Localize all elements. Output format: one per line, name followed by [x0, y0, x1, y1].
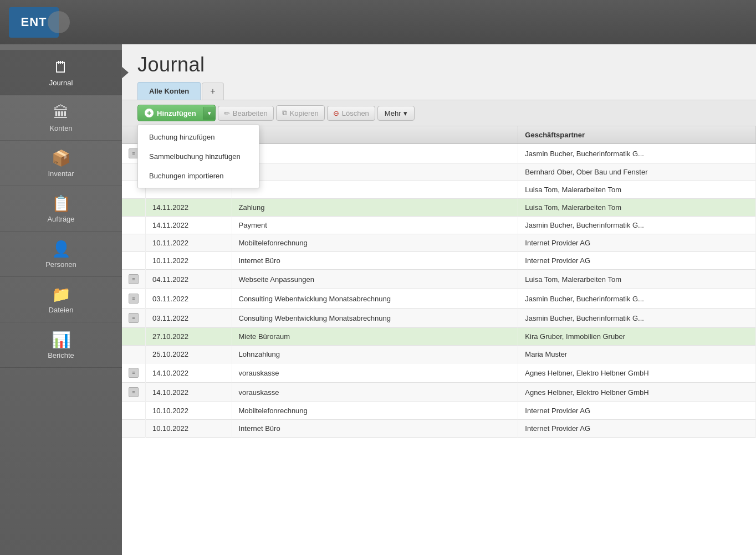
table-row[interactable]: ≡03.11.2022Consulting Webentwicklung Mon… [122, 309, 756, 328]
row-partner: Agnes Helbner, Elektro Helbner GmbH [518, 383, 756, 402]
row-document-icon: ≡ [129, 313, 139, 323]
row-icon-cell [122, 402, 146, 420]
row-text: Internet Büro [232, 420, 518, 438]
table-row[interactable]: 14.11.2022ZahlungLuisa Tom, Malerarbeite… [122, 199, 756, 217]
row-icon-cell [122, 328, 146, 346]
row-document-icon: ≡ [129, 387, 139, 397]
table-row[interactable]: 27.10.2022Miete BüroraumKira Gruber, Imm… [122, 328, 756, 346]
row-icon-cell: ≡ [122, 363, 146, 383]
dropdown-buchung-hinzufuegen[interactable]: Buchung hinzufügen [138, 127, 259, 147]
row-text: Internet Büro [232, 252, 518, 270]
app-logo: ENT [9, 7, 59, 38]
row-icon-cell: ≡ [122, 289, 146, 309]
hinzufuegen-arrow[interactable]: ▾ [203, 107, 215, 120]
mehr-arrow-icon: ▾ [403, 109, 407, 117]
row-date: 10.11.2022 [146, 252, 232, 270]
tab-add-button[interactable]: + [202, 83, 223, 100]
sidebar-label-konten: Konten [49, 124, 72, 132]
row-partner: Bernhard Ober, Ober Bau und Fenster [518, 163, 756, 181]
row-partner: Jasmin Bucher, Bucherinformatik G... [518, 217, 756, 234]
row-text: Mobiltelefonrechnung [232, 234, 518, 252]
sidebar-item-journal[interactable]: 🗒 Journal [0, 50, 122, 95]
row-text: vorauskasse [232, 383, 518, 402]
row-icon-cell [122, 346, 146, 363]
row-icon-cell [122, 234, 146, 252]
row-text: Zahlung [232, 199, 518, 217]
sidebar-label-auftrage: Aufträge [47, 215, 74, 223]
tab-alle-konten[interactable]: Alle Konten [137, 82, 201, 100]
sidebar-item-auftrage[interactable]: 📋 Aufträge [0, 186, 122, 232]
page-title-bar: Journal [122, 44, 756, 82]
copy-icon: ⧉ [282, 109, 287, 117]
table-row[interactable]: 14.11.2022PaymentJasmin Bucher, Bucherin… [122, 217, 756, 234]
table-container[interactable]: Datum Text Geschäftspartner ≡Jasmin Buch… [122, 126, 756, 555]
row-date: 10.10.2022 [146, 402, 232, 420]
row-partner: Luisa Tom, Malerarbeiten Tom [518, 199, 756, 217]
dropdown-sammelbuchung-hinzufuegen[interactable]: Sammelbuchung hinzufügen [138, 147, 259, 166]
sidebar-label-personen: Personen [45, 260, 76, 269]
sidebar-item-dateien[interactable]: 📁 Dateien [0, 277, 122, 322]
sidebar: 🗒 Journal 🏛 Konten 📦 Inventar 📋 Aufträge… [0, 44, 122, 555]
row-text: Lohnzahlung [232, 346, 518, 363]
row-text [232, 163, 518, 181]
row-icon-cell [122, 420, 146, 438]
sidebar-item-berichte[interactable]: 📊 Berichte [0, 322, 122, 368]
row-document-icon: ≡ [129, 368, 139, 378]
table-row[interactable]: ≡04.11.2022Webseite AnpassungenLuisa Tom… [122, 270, 756, 289]
plus-circle-icon: + [145, 109, 154, 117]
row-partner: Jasmin Bucher, Bucherinformatik G... [518, 309, 756, 328]
row-text: Payment [232, 217, 518, 234]
hinzufuegen-main[interactable]: + Hinzufügen [138, 105, 203, 121]
sidebar-label-inventar: Inventar [48, 169, 74, 178]
dateien-icon: 📁 [52, 287, 71, 302]
table-row[interactable]: ≡03.11.2022Consulting Webentwicklung Mon… [122, 289, 756, 309]
table-row[interactable]: 10.11.2022MobiltelefonrechnungInternet P… [122, 234, 756, 252]
col-text: Text [232, 126, 518, 144]
sidebar-item-personen[interactable]: 👤 Personen [0, 232, 122, 277]
table-row[interactable]: 10.10.2022Internet BüroInternet Provider… [122, 420, 756, 438]
row-partner: Kira Gruber, Immobilien Gruber [518, 328, 756, 346]
row-partner: Luisa Tom, Malerarbeiten Tom [518, 181, 756, 199]
table-row[interactable]: ≡14.10.2022vorauskasseAgnes Helbner, Ele… [122, 383, 756, 402]
bearbeiten-button: ✏ Bearbeiten [218, 106, 274, 121]
row-text: Consulting Webentwicklung Monatsabrechnu… [232, 289, 518, 309]
sidebar-item-inventar[interactable]: 📦 Inventar [0, 141, 122, 186]
sidebar-item-konten[interactable]: 🏛 Konten [0, 95, 122, 141]
hinzufuegen-button[interactable]: + Hinzufügen ▾ [137, 105, 216, 121]
table-row[interactable]: ≡14.10.2022vorauskasseAgnes Helbner, Ele… [122, 363, 756, 383]
col-partner: Geschäftspartner [518, 126, 756, 144]
row-date: 14.11.2022 [146, 217, 232, 234]
row-partner: Internet Provider AG [518, 234, 756, 252]
mehr-button[interactable]: Mehr ▾ [377, 106, 415, 121]
row-text [232, 144, 518, 163]
row-date: 10.11.2022 [146, 234, 232, 252]
row-date: 27.10.2022 [146, 328, 232, 346]
top-bar: ENT [0, 0, 756, 44]
main-layout: 🗒 Journal 🏛 Konten 📦 Inventar 📋 Aufträge… [0, 44, 756, 555]
tabs-bar: Alle Konten + [122, 82, 756, 100]
row-icon-cell [122, 199, 146, 217]
row-partner: Internet Provider AG [518, 420, 756, 438]
row-icon-cell: ≡ [122, 309, 146, 328]
loschen-button: ⊖ Löschen [327, 106, 375, 121]
row-partner: Internet Provider AG [518, 252, 756, 270]
toolbar: + Hinzufügen ▾ ✏ Bearbeiten ⧉ Kopieren ⊖… [122, 100, 756, 126]
edit-icon: ✏ [224, 109, 230, 117]
row-date: 10.10.2022 [146, 420, 232, 438]
row-partner: Luisa Tom, Malerarbeiten Tom [518, 270, 756, 289]
table-row[interactable]: 25.10.2022LohnzahlungMaria Muster [122, 346, 756, 363]
row-text: Miete Büroraum [232, 328, 518, 346]
row-partner: Jasmin Bucher, Bucherinformatik G... [518, 289, 756, 309]
table-row[interactable]: 10.11.2022Internet BüroInternet Provider… [122, 252, 756, 270]
row-date: 14.10.2022 [146, 363, 232, 383]
row-icon-cell: ≡ [122, 270, 146, 289]
row-date: 04.11.2022 [146, 270, 232, 289]
content-area: Journal Alle Konten + + Hinzufügen ▾ ✏ B [122, 44, 756, 555]
row-text: vorauskasse [232, 363, 518, 383]
auftrage-icon: 📋 [52, 196, 71, 212]
dropdown-buchungen-importieren[interactable]: Buchungen importieren [138, 166, 259, 186]
row-text: Webseite Anpassungen [232, 270, 518, 289]
table-row[interactable]: 10.10.2022MobiltelefonrechnungInternet P… [122, 402, 756, 420]
delete-icon: ⊖ [333, 109, 339, 117]
row-document-icon: ≡ [129, 274, 139, 284]
